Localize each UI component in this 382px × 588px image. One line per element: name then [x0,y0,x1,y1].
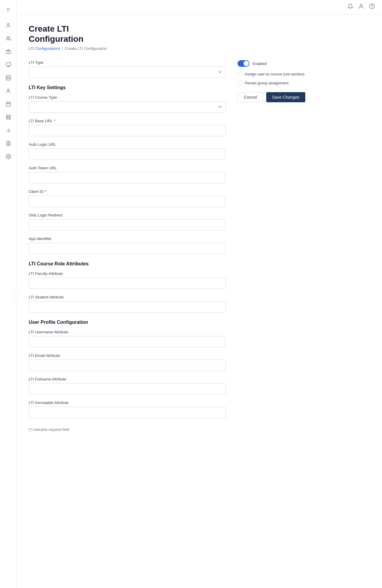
grid-menu-icon[interactable]: ⠿ [4,5,13,15]
sidebar-collapse-button[interactable]: › [13,289,19,299]
sidebar-item-calendar[interactable] [3,99,14,109]
lti-username-attribute-field: LTI Username Attribute [29,330,226,347]
main-content: Create LTI Configuration LTI Configurati… [17,14,382,588]
lti-student-attribute-field: LTI Student Attribute [29,295,226,312]
auth-login-url-label: Auth Login URL [29,142,226,147]
breadcrumb-lti-configurations[interactable]: LTI Configurations [29,46,60,51]
oidc-login-redirect-input[interactable] [29,219,226,230]
svg-rect-19 [6,118,8,119]
lti-immutable-attribute-input[interactable] [29,407,226,418]
topbar [17,0,382,14]
enabled-label: Enabled [252,61,267,66]
svg-point-26 [7,156,9,157]
client-id-field: Client ID * [29,189,226,207]
user-profile-heading: User Profile Configuration [29,320,226,325]
sidebar-item-document[interactable] [3,138,14,149]
lti-fullname-attribute-field: LTI Fullname Attribute [29,377,226,394]
right-panel: Enabled Assign user to course (not secti… [238,60,315,432]
lti-fullname-attribute-label: LTI Fullname Attribute [29,377,226,381]
assign-user-checkbox-row: Assign user to course (not section) [238,72,315,77]
enabled-toggle[interactable] [238,60,249,67]
app-identifier-label: App Identifier [29,236,226,241]
oidc-login-redirect-label: Oidc Login Redirect [29,213,226,217]
sidebar-item-server[interactable] [3,72,14,83]
lti-course-type-select[interactable] [29,101,226,113]
cancel-button[interactable]: Cancel [238,92,263,102]
auth-login-url-input[interactable] [29,148,226,160]
sidebar-item-settings[interactable] [3,151,14,162]
lti-immutable-attribute-field: LTI Immutable Attribute [29,400,226,418]
lti-student-attribute-label: LTI Student Attribute [29,295,226,299]
lti-base-url-field: LTI Base URL * [29,119,226,136]
auth-token-url-field: Auth Token URL [29,166,226,183]
lti-faculty-attribute-label: LTI Faculty Attribute [29,271,226,276]
page-title: Create LTI Configuration [29,24,370,44]
lti-username-attribute-label: LTI Username Attribute [29,330,226,334]
lti-faculty-attribute-input[interactable] [29,278,226,289]
help-icon[interactable] [369,3,375,11]
persist-group-checkbox-row: Persist group assignment [238,81,315,86]
breadcrumb: LTI Configurations / Create LTI Configur… [29,46,370,51]
breadcrumb-separator: / [62,46,63,51]
lti-student-attribute-input[interactable] [29,301,226,312]
svg-rect-9 [6,78,10,80]
svg-point-1 [7,36,8,38]
account-icon[interactable] [358,3,364,11]
client-id-label: Client ID * [29,189,226,194]
assign-user-label: Assign user to course (not section) [245,72,304,77]
auth-token-url-label: Auth Token URL [29,166,226,170]
lti-base-url-input[interactable] [29,125,226,136]
assign-user-checkbox[interactable] [238,72,242,77]
breadcrumb-current: Create LTI Configuration [65,46,107,51]
auth-login-url-field: Auth Login URL [29,142,226,160]
action-buttons: Cancel Save Changes [238,92,315,102]
svg-point-12 [7,89,9,91]
lti-type-label: LTI Type [29,60,226,65]
sidebar-item-person2[interactable] [3,86,14,96]
lti-username-attribute-input[interactable] [29,336,226,347]
notification-icon[interactable] [347,3,353,11]
svg-rect-5 [6,63,10,66]
client-id-input[interactable] [29,196,226,207]
svg-point-0 [7,23,9,25]
lti-type-select[interactable] [29,66,226,78]
svg-point-27 [360,4,362,6]
persist-group-checkbox[interactable] [238,81,242,86]
sidebar-item-organization[interactable] [3,46,14,57]
lti-key-settings-heading: LTI Key Settings [29,85,226,90]
oidc-login-redirect-field: Oidc Login Redirect [29,213,226,230]
lti-faculty-attribute-field: LTI Faculty Attribute [29,271,226,289]
svg-point-28 [369,4,375,9]
sidebar-item-chart[interactable] [3,125,14,136]
svg-rect-17 [6,115,8,117]
lti-course-type-field: LTI Course Type [29,95,226,113]
auth-token-url-input[interactable] [29,172,226,183]
save-button[interactable]: Save Changes [266,92,306,102]
form-area: LTI Type LTI Key Settings LTI Course Typ… [29,60,226,432]
sidebar-item-users[interactable] [3,33,14,44]
lti-base-url-label: LTI Base URL * [29,119,226,123]
svg-rect-8 [6,76,10,78]
lti-course-type-label: LTI Course Type [29,95,226,100]
lti-fullname-attribute-input[interactable] [29,383,226,394]
sidebar-item-grid[interactable] [3,112,14,123]
enabled-toggle-row: Enabled [238,60,315,67]
required-note: (*) indicates required field [29,428,226,432]
lti-course-role-heading: LTI Course Role Attributes [29,261,226,267]
lti-immutable-attribute-label: LTI Immutable Attribute [29,400,226,405]
lti-email-attribute-label: LTI Email Attribute [29,353,226,358]
sidebar-item-user[interactable] [3,20,14,31]
svg-rect-18 [9,115,10,117]
svg-rect-13 [6,102,10,106]
svg-rect-20 [9,118,10,119]
lti-type-field: LTI Type [29,60,226,78]
lti-email-attribute-input[interactable] [29,360,226,371]
lti-email-attribute-field: LTI Email Attribute [29,353,226,371]
persist-group-label: Persist group assignment [245,81,289,86]
sidebar-item-monitor[interactable] [3,59,14,70]
app-identifier-field: App Identifier [29,236,226,254]
app-identifier-input[interactable] [29,243,226,254]
